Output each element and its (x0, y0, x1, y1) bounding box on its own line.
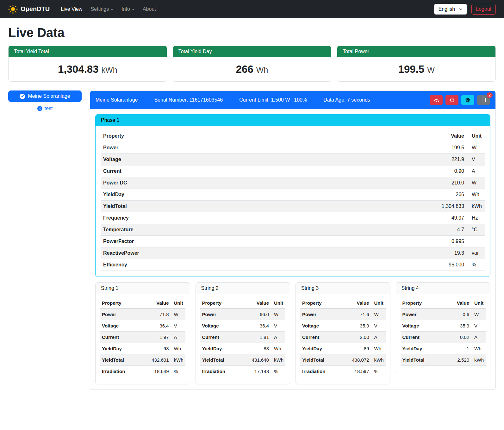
property-name: YieldDay (401, 343, 444, 354)
property-value: 0.90 (320, 165, 467, 177)
device-info-button[interactable] (461, 95, 474, 105)
property-name: Irradiation (200, 366, 240, 377)
property-value: 36.4 (140, 320, 171, 332)
property-value: 17.143 (240, 366, 271, 377)
property-unit: °C (467, 224, 485, 236)
limit-settings-button[interactable] (430, 95, 443, 105)
property-name: Irradiation (300, 366, 340, 377)
table-row: Power 0.6 W (401, 309, 486, 320)
nav-live-view[interactable]: Live View (57, 4, 86, 15)
property-unit: W (271, 309, 285, 320)
property-name: PowerFactor (101, 236, 320, 247)
property-unit: A (271, 332, 285, 343)
total-yield-total-unit: kWh (102, 65, 117, 74)
property-name: Current (100, 332, 140, 343)
data-age: Data Age: 7 seconds (323, 97, 370, 103)
property-value: 66.0 (240, 309, 271, 320)
column-header-unit: Unit (467, 130, 485, 142)
table-row: YieldDay 83 Wh (200, 343, 286, 354)
logout-button[interactable]: Logout (471, 4, 496, 15)
phase-table-body: Power 199.5 W Voltage 221.9 V (101, 142, 485, 271)
column-header-value: Value (320, 130, 467, 142)
property-name: Irradiation (100, 366, 140, 377)
string-2-table: Property Value Unit Power (200, 297, 286, 377)
nav-about[interactable]: About (139, 4, 160, 15)
string-card-title: String 1 (96, 283, 190, 294)
property-unit: W (467, 142, 485, 154)
property-unit: V (371, 320, 386, 332)
inverter-item-test[interactable]: test (8, 106, 82, 111)
column-header-unit: Unit (371, 297, 386, 309)
table-header-row: Property Value Unit (101, 130, 485, 142)
column-header-property: Property (100, 297, 140, 309)
property-unit: V (271, 320, 285, 332)
brand-label: OpenDTU (21, 5, 50, 13)
nav-settings[interactable]: Settings (86, 4, 117, 15)
total-yield-total-value: 1,304.83 (58, 63, 98, 75)
property-value: 95.000 (320, 259, 467, 271)
property-name: Current (101, 165, 320, 177)
property-value: 71.6 (340, 309, 371, 320)
power-button[interactable] (445, 95, 458, 105)
property-unit: Hz (467, 212, 485, 224)
property-name: YieldTotal (401, 354, 444, 366)
speedometer-icon (433, 97, 439, 103)
brand[interactable]: OpenDTU (8, 4, 50, 14)
property-value: 35.9 (340, 320, 371, 332)
total-yield-day-unit: Wh (256, 65, 268, 74)
property-name: Current (300, 332, 340, 343)
property-name: YieldDay (101, 189, 320, 201)
property-unit: A (471, 332, 486, 343)
table-row: YieldDay 89 Wh (300, 343, 386, 354)
property-value: 49.97 (320, 212, 467, 224)
x-circle-icon (37, 106, 42, 111)
property-name: Current (401, 332, 444, 343)
top-navbar: OpenDTU Live View Settings Info About En… (0, 0, 504, 18)
table-header-row: Property Value Unit (300, 297, 386, 309)
table-row: Power 71.8 W (100, 309, 185, 320)
property-unit: V (467, 154, 485, 165)
property-unit: V (471, 320, 486, 332)
card-header: Total Yield Day (173, 46, 331, 57)
property-value: 1.81 (240, 332, 271, 343)
phase-card: Phase 1 Property Value Unit (95, 114, 490, 277)
inverter-panel-header: Meine Solaranlage Serial Number: 1161716… (90, 91, 495, 109)
property-unit: % (371, 366, 386, 377)
property-unit: W (371, 309, 386, 320)
property-name: Voltage (200, 320, 240, 332)
inverter-panel: Meine Solaranlage Serial Number: 1161716… (90, 90, 496, 390)
string-3-table: Property Value Unit Power (300, 297, 386, 377)
nav-info[interactable]: Info (117, 4, 139, 15)
table-row: Current 0.02 A (401, 332, 486, 343)
property-name: Voltage (100, 320, 140, 332)
property-value: 89 (340, 343, 371, 354)
table-row: Voltage 36.4 V (200, 320, 286, 332)
property-unit: Wh (371, 343, 386, 354)
property-name: Voltage (300, 320, 340, 332)
table-row: PowerFactor 0.995 (101, 236, 485, 247)
property-name: Power (300, 309, 340, 320)
property-name: Current (200, 332, 240, 343)
string-2-card: String 2 Property Value Unit (196, 282, 290, 384)
string-4-card: String 4 Property Value Unit (396, 282, 491, 373)
event-log-button[interactable]: 2 (477, 95, 490, 105)
property-value: 36.4 (240, 320, 271, 332)
property-name: Efficiency (101, 259, 320, 271)
table-row: YieldDay 93 Wh (100, 343, 185, 354)
column-header-property: Property (200, 297, 240, 309)
property-unit (467, 236, 485, 247)
table-row: Power DC 210.0 W (101, 177, 485, 189)
property-value: 83 (240, 343, 271, 354)
property-name: Temperature (101, 224, 320, 236)
table-row: YieldDay 266 Wh (101, 189, 485, 201)
column-header-value: Value (444, 297, 471, 309)
current-limit: Current Limit: 1,500 W | 100% (239, 97, 307, 103)
inverter-select-button[interactable]: Meine Solaranlage (8, 90, 82, 102)
serial-number: Serial Number: 116171603546 (154, 97, 223, 103)
language-select[interactable]: English (434, 4, 467, 15)
property-name: YieldTotal (300, 354, 340, 366)
property-value: 199.5 (320, 142, 467, 154)
table-row: Irradiation 18.597 % (300, 366, 386, 377)
journal-text-icon (481, 97, 486, 103)
string-1-table: Property Value Unit Power (100, 297, 185, 377)
